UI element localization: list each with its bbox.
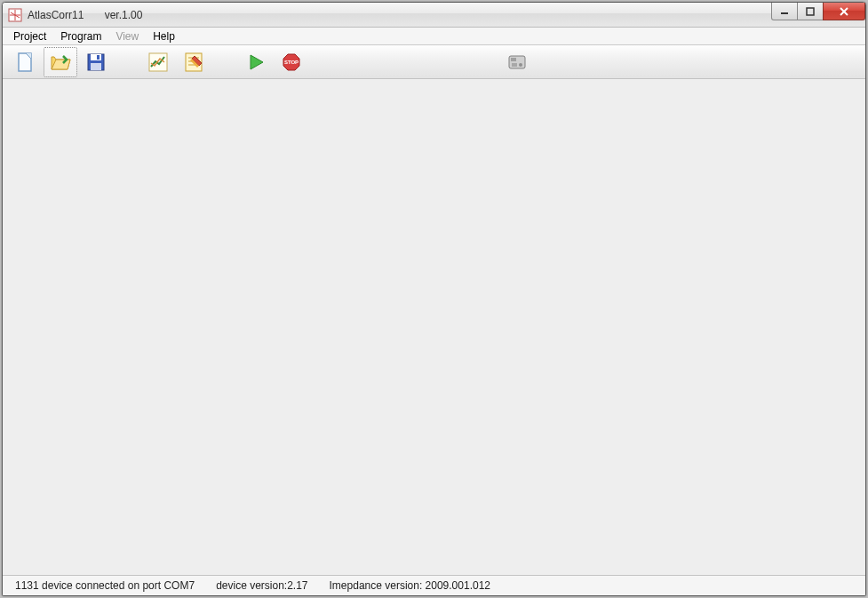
titlebar[interactable]: AtlasCorr11 ver.1.00 xyxy=(3,3,865,28)
play-icon xyxy=(245,52,267,73)
menu-help[interactable]: Help xyxy=(146,28,182,44)
svg-rect-12 xyxy=(91,54,101,60)
svg-rect-14 xyxy=(91,63,101,70)
open-button[interactable] xyxy=(44,47,77,77)
menu-project[interactable]: Project xyxy=(6,28,53,44)
svg-text:STOP: STOP xyxy=(284,60,299,65)
menu-view: View xyxy=(108,28,146,44)
content-area xyxy=(3,79,865,576)
maximize-button[interactable] xyxy=(797,3,824,20)
close-button[interactable] xyxy=(823,3,865,20)
statusbar: 1131 device connected on port COM7 devic… xyxy=(3,576,865,595)
save-button[interactable] xyxy=(79,47,113,77)
status-connection: 1131 device connected on port COM7 xyxy=(15,579,195,592)
svg-rect-26 xyxy=(511,58,516,61)
device-button[interactable] xyxy=(500,47,534,77)
stop-icon: STOP xyxy=(281,52,302,73)
svg-rect-13 xyxy=(97,55,100,60)
app-icon xyxy=(8,8,22,22)
close-icon xyxy=(839,7,849,16)
stop-button[interactable]: STOP xyxy=(275,47,308,77)
new-file-icon xyxy=(13,51,36,74)
save-floppy-icon xyxy=(84,51,108,74)
menubar: Project Program View Help xyxy=(3,28,865,45)
notes-button[interactable] xyxy=(177,47,211,77)
notes-icon xyxy=(182,51,205,74)
maximize-icon xyxy=(806,7,815,16)
minimize-button[interactable] xyxy=(771,3,798,20)
chart-button[interactable] xyxy=(141,47,175,77)
chart-icon xyxy=(147,51,170,74)
menu-program[interactable]: Program xyxy=(53,28,108,44)
run-button[interactable] xyxy=(239,47,273,77)
svg-marker-22 xyxy=(251,55,263,69)
app-window: AtlasCorr11 ver.1.00 Project xyxy=(2,2,866,596)
toolbar: STOP xyxy=(3,45,865,79)
svg-rect-5 xyxy=(807,8,814,15)
status-impedance-version: Imepdance version: 2009.001.012 xyxy=(330,579,490,592)
new-button[interactable] xyxy=(8,47,42,77)
minimize-icon xyxy=(780,7,789,16)
device-icon xyxy=(506,51,529,74)
open-folder-icon xyxy=(49,51,72,74)
window-title: AtlasCorr11 ver.1.00 xyxy=(28,9,142,21)
window-controls xyxy=(772,3,865,20)
svg-point-27 xyxy=(519,63,522,67)
status-device-version: device version:2.17 xyxy=(216,579,307,592)
svg-rect-4 xyxy=(781,12,788,14)
